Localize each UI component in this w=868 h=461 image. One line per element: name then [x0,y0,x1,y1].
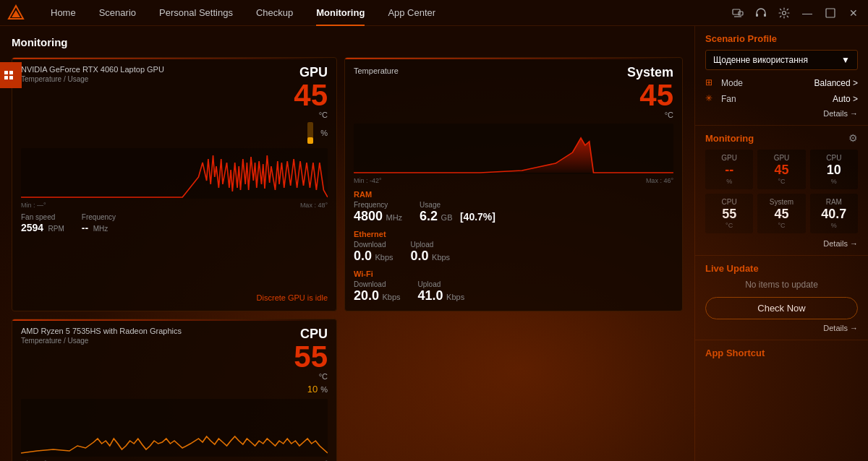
cpu-graph [21,399,328,457]
profile-mode-value[interactable]: Balanced > [814,78,858,88]
monitoring-section-title: Monitoring [705,133,754,144]
monitoring-settings-icon[interactable]: ⚙ [848,132,858,144]
live-update-details-link[interactable]: Details → [705,324,858,332]
wifi-dl-block: Download 20.0 Kbps [354,280,401,303]
mon-gpu-temp-unit: °C [763,178,799,185]
mon-cpu-temp-label: CPU [711,198,747,206]
nav-home[interactable]: Home [39,0,88,26]
mode-grid-icon: ⊞ [705,77,717,89]
mon-system-temp-label: System [763,198,799,206]
system-graph-labels: Min : -42° Max : 46° [354,177,673,184]
headset-icon[interactable] [754,6,768,20]
no-items-text: No items to update [705,280,858,290]
system-graph [354,124,673,174]
profile-mode-label: Mode [721,78,743,88]
mon-cell-cpu-pct: CPU 10 % [810,150,858,189]
cpu-card: AMD Ryzen 5 7535HS with Radeon Graphics … [12,319,337,461]
cpu-pct-unit: % [320,385,328,394]
devices-icon[interactable] [731,6,745,20]
mon-gpu-pct-unit: % [711,178,747,185]
system-temp-label: Temperature [354,66,399,75]
gpu-graph-min: Min : —° [21,202,46,209]
check-now-button[interactable]: Check Now [705,297,858,319]
minimize-icon[interactable]: — [800,6,814,20]
mon-cell-ram-pct: RAM 40.7 % [810,194,858,233]
svg-rect-5 [756,14,758,17]
profile-mode-row: ⊞ Mode Balanced > [705,77,858,89]
profile-fan-left: ✳ Fan [705,93,736,105]
gpu-card-header: NVIDIA GeForce RTX 4060 Laptop GPU Tempe… [21,65,328,144]
scenario-details-link[interactable]: Details → [705,109,858,118]
monitor-cards: NVIDIA GeForce RTX 4060 Laptop GPU Tempe… [12,57,683,461]
close-icon[interactable]: ✕ [846,6,861,20]
fan-icon: ✳ [705,93,717,105]
system-card-header: Temperature System 45 °C [354,65,673,119]
profile-fan-value[interactable]: Auto > [833,94,858,104]
page-title: Monitoring [12,36,683,48]
app-shortcut-section: App Shortcut [695,340,868,370]
maximize-icon[interactable] [823,6,838,20]
nav-bar: Home Scenario Personal Settings Checkup … [39,0,731,26]
ram-section-row: Frequency 4800 MHz Usage 6.2 GB [40.7%] [354,201,673,224]
svg-rect-10 [9,71,13,74]
mon-ram-pct-value: 40.7 [816,207,852,222]
monitoring-grid: GPU -- % GPU 45 °C CPU 10 % CPU 55 ° [705,150,858,233]
svg-rect-6 [764,14,766,17]
mon-gpu-temp-value: 45 [763,163,799,178]
ethernet-section-title: Ethernet [354,230,673,238]
mon-gpu-pct-value: -- [711,163,747,178]
nav-app-center[interactable]: App Center [376,0,447,26]
mon-cpu-temp-unit: °C [711,222,747,229]
rog-logo [7,4,25,22]
gpu-pct-unit: % [320,129,328,137]
nav-monitoring[interactable]: Monitoring [305,0,376,26]
system-graph-max: Max : 46° [646,177,673,184]
svg-rect-12 [9,76,13,79]
gpu-frequency: Frequency -- MHz [82,213,116,234]
gpu-card-footer: Fan speed 2594 RPM Frequency -- MHz [21,213,328,234]
left-panel: Monitoring NVIDIA GeForce RTX 4060 Lapto… [0,26,694,461]
nav-scenario[interactable]: Scenario [88,0,148,26]
mon-cell-gpu-temp: GPU 45 °C [757,150,805,189]
system-sections: RAM Frequency 4800 MHz Usage 6.2 GB [354,190,673,303]
system-graph-min: Min : -42° [354,177,382,184]
svg-point-7 [783,11,786,14]
gpu-idle-note: Discrete GPU is idle [257,293,328,302]
right-sidebar: Scenario Profile Щоденне використання ▼ … [694,26,868,461]
mon-system-temp-unit: °C [763,222,799,229]
scenario-profile-section: Scenario Profile Щоденне використання ▼ … [695,26,868,126]
mon-cell-cpu-temp: CPU 55 °C [705,194,753,233]
settings-icon[interactable] [777,6,791,20]
profile-fan-row: ✳ Fan Auto > [705,93,858,105]
profile-dropdown[interactable]: Щоденне використання ▼ [705,50,858,70]
ram-section-title: RAM [354,190,673,199]
wifi-section-row: Download 20.0 Kbps Upload 41.0 Kbps [354,280,673,303]
gpu-graph-max: Max : 48° [300,202,328,209]
svg-rect-9 [4,71,8,74]
nav-checkup[interactable]: Checkup [244,0,305,26]
cpu-device-sub: Temperature / Usage [21,337,182,345]
profile-mode-left: ⊞ Mode [705,77,743,89]
window-controls: — ✕ [731,6,861,20]
dropdown-arrow-icon: ▼ [841,55,850,65]
mon-cpu-temp-value: 55 [711,207,747,222]
nav-personal-settings[interactable]: Personal Settings [148,0,244,26]
system-temp-value: 45 [627,80,673,111]
gpu-device-sub: Temperature / Usage [21,75,164,83]
ram-usage-block: Usage 6.2 GB [40.7%] [420,201,495,224]
svg-rect-11 [4,76,8,79]
gpu-pct-bar [307,122,313,144]
cpu-device-name: AMD Ryzen 5 7535HS with Radeon Graphics [21,327,182,335]
cpu-temp-value: 55 [294,342,328,372]
live-update-title: Live Update [705,263,858,274]
live-update-section: Live Update No items to update Check Now… [695,256,868,340]
expand-sidebar-button[interactable] [0,62,22,88]
mon-gpu-pct-label: GPU [711,154,747,162]
mon-cell-gpu-pct: GPU -- % [705,150,753,189]
monitoring-details-link[interactable]: Details → [705,239,858,248]
mon-cpu-pct-label: CPU [816,154,852,162]
eth-ul-block: Upload 0.0 Kbps [411,241,451,264]
mon-ram-pct-label: RAM [816,198,852,206]
monitor-row-top: NVIDIA GeForce RTX 4060 Laptop GPU Tempe… [12,57,683,311]
gpu-card: NVIDIA GeForce RTX 4060 Laptop GPU Tempe… [12,57,337,311]
